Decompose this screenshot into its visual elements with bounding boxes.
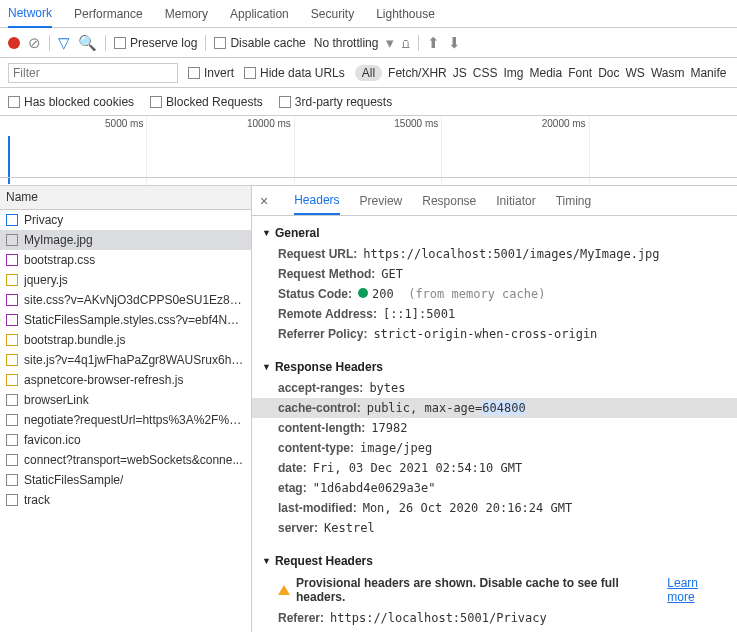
search-icon[interactable]: 🔍 <box>78 34 97 52</box>
header-key: content-type: <box>278 441 354 455</box>
list-header-name[interactable]: Name <box>0 186 251 210</box>
request-row[interactable]: MyImage.jpg <box>0 230 251 250</box>
download-har-icon[interactable]: ⬇ <box>448 34 461 52</box>
tab-memory[interactable]: Memory <box>165 1 208 27</box>
filter-type-wasm[interactable]: Wasm <box>651 66 685 80</box>
request-row[interactable]: negotiate?requestUrl=https%3A%2F%2... <box>0 410 251 430</box>
filter-type-font[interactable]: Font <box>568 66 592 80</box>
triangle-down-icon: ▼ <box>262 362 271 372</box>
request-row[interactable]: connect?transport=webSockets&conne... <box>0 450 251 470</box>
response-header-row: etag:"1d6abd4e0629a3e" <box>252 478 737 498</box>
request-row[interactable]: StaticFilesSample/ <box>0 470 251 490</box>
filter-type-all[interactable]: All <box>355 65 382 81</box>
filter-input[interactable] <box>8 63 178 83</box>
record-button[interactable] <box>8 37 20 49</box>
disable-cache-checkbox[interactable]: Disable cache <box>214 36 305 50</box>
detail-tab-preview[interactable]: Preview <box>360 188 403 214</box>
hide-data-urls-label: Hide data URLs <box>260 66 345 80</box>
request-method-value: GET <box>381 267 403 281</box>
request-name: favicon.ico <box>24 433 81 447</box>
section-general-title[interactable]: ▼ General <box>252 222 737 244</box>
header-value: Kestrel <box>324 521 375 535</box>
close-details-button[interactable]: × <box>260 193 268 209</box>
detail-tab-headers[interactable]: Headers <box>294 187 339 215</box>
request-row[interactable]: StaticFilesSample.styles.css?v=ebf4NvV..… <box>0 310 251 330</box>
response-header-row: server:Kestrel <box>252 518 737 538</box>
invert-checkbox[interactable]: Invert <box>188 66 234 80</box>
time-label: 15000 ms <box>394 118 438 129</box>
js-icon <box>6 374 18 386</box>
chevron-down-icon[interactable]: ▾ <box>386 34 394 52</box>
status-dot-icon <box>358 288 368 298</box>
filter-type-img[interactable]: Img <box>503 66 523 80</box>
request-name: track <box>24 493 50 507</box>
request-row[interactable]: favicon.ico <box>0 430 251 450</box>
request-method-key: Request Method: <box>278 267 375 281</box>
request-row[interactable]: bootstrap.css <box>0 250 251 270</box>
remote-address-key: Remote Address: <box>278 307 377 321</box>
request-name: StaticFilesSample.styles.css?v=ebf4NvV..… <box>24 313 245 327</box>
request-row[interactable]: site.js?v=4q1jwFhaPaZgr8WAUSrux6hA... <box>0 350 251 370</box>
referer-value: https://localhost:5001/Privacy <box>330 611 547 625</box>
upload-har-icon[interactable]: ⬆ <box>427 34 440 52</box>
filter-type-js[interactable]: JS <box>453 66 467 80</box>
request-row[interactable]: jquery.js <box>0 270 251 290</box>
triangle-down-icon: ▼ <box>262 556 271 566</box>
provisional-headers-warning: Provisional headers are shown. Disable c… <box>252 572 737 608</box>
filter-type-media[interactable]: Media <box>529 66 562 80</box>
network-conditions-icon[interactable]: ⩍ <box>402 34 410 51</box>
referrer-policy-key: Referrer Policy: <box>278 327 367 341</box>
request-row[interactable]: Privacy <box>0 210 251 230</box>
preserve-log-checkbox[interactable]: Preserve log <box>114 36 197 50</box>
filter-toggle-icon[interactable]: ▽ <box>58 34 70 52</box>
tab-network[interactable]: Network <box>8 0 52 28</box>
doc-icon <box>6 214 18 226</box>
filter-type-doc[interactable]: Doc <box>598 66 619 80</box>
section-response-headers: ▼ Response Headers accept-ranges:bytesca… <box>252 350 737 544</box>
filter-type-css[interactable]: CSS <box>473 66 498 80</box>
warning-text: Provisional headers are shown. Disable c… <box>296 576 661 604</box>
filter-type-ws[interactable]: WS <box>626 66 645 80</box>
blocked-cookies-checkbox[interactable]: Has blocked cookies <box>8 95 134 109</box>
header-value: image/jpeg <box>360 441 432 455</box>
section-request-headers-label: Request Headers <box>275 554 373 568</box>
blocked-requests-checkbox[interactable]: Blocked Requests <box>150 95 263 109</box>
section-response-headers-label: Response Headers <box>275 360 383 374</box>
learn-more-link[interactable]: Learn more <box>667 576 727 604</box>
third-party-label: 3rd-party requests <box>295 95 392 109</box>
tab-performance[interactable]: Performance <box>74 1 143 27</box>
tab-security[interactable]: Security <box>311 1 354 27</box>
hide-data-urls-checkbox[interactable]: Hide data URLs <box>244 66 345 80</box>
detail-tab-initiator[interactable]: Initiator <box>496 188 535 214</box>
request-row[interactable]: bootstrap.bundle.js <box>0 330 251 350</box>
header-key: etag: <box>278 481 307 495</box>
header-key: accept-ranges: <box>278 381 363 395</box>
request-row[interactable]: aspnetcore-browser-refresh.js <box>0 370 251 390</box>
throttling-select[interactable]: No throttling <box>314 36 379 50</box>
timeline-overview[interactable]: 5000 ms 10000 ms 15000 ms 20000 ms <box>0 116 737 186</box>
js-icon <box>6 274 18 286</box>
tab-lighthouse[interactable]: Lighthouse <box>376 1 435 27</box>
request-row[interactable]: track <box>0 490 251 510</box>
checkbox-box <box>279 96 291 108</box>
section-request-headers-title[interactable]: ▼ Request Headers <box>252 550 737 572</box>
header-key: last-modified: <box>278 501 357 515</box>
clear-button[interactable]: ⊘ <box>28 34 41 52</box>
filter-type-manifest[interactable]: Manife <box>690 66 726 80</box>
response-header-row: last-modified:Mon, 26 Oct 2020 20:16:24 … <box>252 498 737 518</box>
separator <box>105 35 106 51</box>
request-row[interactable]: browserLink <box>0 390 251 410</box>
checkbox-box <box>114 37 126 49</box>
filter-type-fetch[interactable]: Fetch/XHR <box>388 66 447 80</box>
header-value: "1d6abd4e0629a3e" <box>313 481 436 495</box>
section-response-headers-title[interactable]: ▼ Response Headers <box>252 356 737 378</box>
third-party-checkbox[interactable]: 3rd-party requests <box>279 95 392 109</box>
detail-tab-timing[interactable]: Timing <box>556 188 592 214</box>
tab-application[interactable]: Application <box>230 1 289 27</box>
timeline-bottom <box>0 177 737 185</box>
request-row[interactable]: site.css?v=AKvNjO3dCPPS0eSU1Ez8T2... <box>0 290 251 310</box>
time-label: 10000 ms <box>247 118 291 129</box>
separator <box>205 35 206 51</box>
detail-tab-response[interactable]: Response <box>422 188 476 214</box>
remote-address-value: [::1]:5001 <box>383 307 455 321</box>
